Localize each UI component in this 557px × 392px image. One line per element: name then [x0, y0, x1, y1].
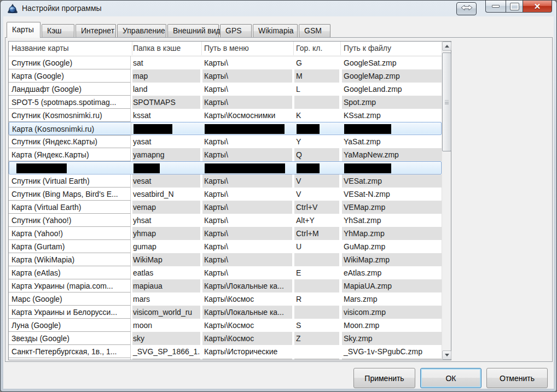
cell-hotkey: [294, 345, 339, 358]
tab-maps[interactable]: Карты: [7, 22, 40, 38]
table-row[interactable]: Спутник (Google)satКарты\GGoogleSat.zmp: [9, 56, 442, 69]
column-header-1[interactable]: Папка в кэше: [132, 42, 202, 55]
cell-cache-folder: visicom_world_ru: [132, 306, 200, 319]
cell-cache-folder: sat: [132, 56, 200, 69]
cell-file-path: VESat.zmp: [342, 174, 442, 188]
maps-list-header: Название картыПапка в кэшеПуть в менюГор…: [9, 42, 442, 56]
table-row[interactable]: Карта (Gurtam)gumapКарты\UGuMap.zmp: [9, 240, 442, 253]
table-row[interactable]: Карта (Google)mapКарты\MGoogleMap.zmp: [9, 69, 442, 83]
cell-map-name: SPOT-5 (spotmaps.spotimag...: [9, 96, 131, 109]
cell-hotkey: L: [294, 83, 339, 96]
cell-menu-path: Карты\Космоснимки: [202, 109, 292, 122]
ok-button[interactable]: ОК: [420, 368, 481, 388]
tab-1[interactable]: Кэш: [42, 24, 74, 37]
cell-cache-folder: moon: [132, 319, 200, 332]
table-row[interactable]: Карта (Яндекс.Карты)yamapngКарты\QYaMapN…: [9, 148, 442, 161]
table-row[interactable]: Карта (Yahoo!)yhmapКарты\Ctrl+MYhMap.zmp: [9, 227, 442, 240]
cell-file-path: GoogleLand.zmp: [342, 83, 442, 96]
cell-file-path: Moon.zmp: [342, 319, 442, 332]
column-header-0[interactable]: Название карты: [9, 42, 132, 55]
table-row[interactable]: Спутник (Virtual Earth)vesatКарты\VVESat…: [9, 174, 442, 188]
tab-6[interactable]: Wikimapia: [253, 24, 298, 37]
tab-4[interactable]: Внешний вид: [167, 24, 219, 37]
close-button[interactable]: ✕: [523, 1, 552, 13]
cell-file-path: KSsat.zmp: [342, 109, 442, 122]
cell-file-path: YhSat.zmp: [342, 214, 442, 227]
cell-file-path: WikiMap.zmp: [342, 253, 442, 266]
table-row-partial[interactable]: [9, 358, 442, 360]
cell-hotkey: R: [294, 292, 339, 306]
cell-file-path: Spot.zmp: [342, 96, 442, 109]
cancel-button[interactable]: Отменить: [486, 368, 548, 388]
table-row[interactable]: Луна (Google)moonКарты\КосмосSMoon.zmp: [9, 319, 442, 332]
table-row[interactable]: Карта Украины (mapia.com...mapiauaКарты\…: [9, 279, 442, 292]
cell-map-name: Карта (Google): [9, 69, 131, 83]
cell-cache-folder: gumap: [132, 240, 200, 253]
table-row[interactable]: Спутник (Bing Maps, Bird's E...vesatbird…: [9, 188, 442, 201]
cell-file-path: _SVG-1v-SPgubC.zmp: [342, 345, 442, 358]
cell-file-path: eAtlas.zmp: [342, 266, 442, 279]
redacted-cell: [205, 163, 285, 173]
table-row[interactable]: Спутник (Яндекс.Карты)yasatКарты\YYaSat.…: [9, 135, 442, 148]
table-row[interactable]: Звезды (Google)skyКарты\КосмосZSky.zmp: [9, 332, 442, 345]
scroll-up-button[interactable]: [442, 42, 451, 51]
scrollbar-thumb[interactable]: [442, 52, 451, 151]
table-row[interactable]: SPOT-5 (spotmaps.spotimag...SPOTMAPSКарт…: [9, 96, 442, 109]
cell-file-path: [342, 358, 442, 360]
tab-2[interactable]: Интернет: [76, 24, 116, 37]
cell-cache-folder: yamapng: [132, 148, 200, 161]
maximize-button[interactable]: [506, 1, 523, 13]
table-row[interactable]: Карта (WikiMapia)WikiMapКарты\WikiMap.zm…: [9, 253, 442, 266]
cell-cache-folder: mars: [132, 292, 200, 306]
table-row[interactable]: Карта Украины и Белорусси...visicom_worl…: [9, 306, 442, 319]
double-horizontal-arrow-icon: [460, 4, 473, 14]
tab-3[interactable]: Управление: [117, 24, 166, 37]
cell-map-name: Карта (Virtual Earth): [9, 201, 131, 214]
stretch-window-button[interactable]: [456, 2, 477, 15]
minimize-button[interactable]: [485, 1, 506, 13]
cell-cache-folder: map: [132, 69, 200, 83]
cell-hotkey: [294, 358, 339, 360]
cell-cache-folder: SPOTMAPS: [132, 96, 200, 109]
table-row[interactable]: Санкт-Петербургская, 1в., 1..._SVG_SP_18…: [9, 345, 442, 358]
table-row[interactable]: Карта (eAtlas)eatlasКарты\EeAtlas.zmp: [9, 266, 442, 279]
scroll-down-arrow-icon: [445, 354, 449, 356]
redacted-cell: [344, 124, 391, 134]
cell-map-name: Спутник (Kosmosnimki.ru): [9, 109, 131, 122]
table-row[interactable]: [9, 161, 442, 174]
table-row[interactable]: Марс (Google)marsКарты\КосмосRMars.zmp: [9, 292, 442, 306]
vertical-scrollbar[interactable]: [442, 42, 451, 360]
cell-map-name: Карта (Kosmosnimki.ru): [9, 122, 131, 136]
cell-menu-path: Карты\: [202, 135, 292, 148]
table-row[interactable]: Ландшафт (Google)landКарты\LGoogleLand.z…: [9, 83, 442, 96]
table-row[interactable]: Карта (Kosmosnimki.ru): [9, 122, 442, 135]
tab-7[interactable]: GSM: [299, 24, 330, 37]
table-row[interactable]: Спутник (Kosmosnimki.ru)kssatКарты\Космо…: [9, 109, 442, 122]
titlebar[interactable]: Настройки программы ✕: [1, 1, 556, 16]
column-header-2[interactable]: Путь в меню: [202, 42, 294, 55]
cell-file-path: GoogleMap.zmp: [342, 69, 442, 83]
cell-menu-path: Карты\Космос: [202, 332, 292, 345]
table-row[interactable]: Карта (Virtual Earth)vemapКарты\Ctrl+VVE…: [9, 201, 442, 214]
tab-5[interactable]: GPS: [220, 24, 252, 37]
cell-cache-folder: sky: [132, 332, 200, 345]
column-header-3[interactable]: Гор. кл.: [294, 42, 341, 55]
cell-cache-folder: eatlas: [132, 266, 200, 279]
cell-file-path: GuMap.zmp: [342, 240, 442, 253]
cell-map-name: Луна (Google): [9, 319, 131, 332]
cell-file-path: VEMap.zmp: [342, 201, 442, 214]
column-header-4[interactable]: Путь к файлу: [342, 42, 443, 55]
maps-list[interactable]: Название картыПапка в кэшеПуть в менюГор…: [8, 41, 451, 360]
scroll-up-arrow-icon: [445, 45, 449, 48]
apply-button[interactable]: Применить: [353, 368, 415, 388]
cell-map-name: Спутник (Яндекс.Карты): [9, 135, 131, 148]
cell-map-name: Спутник (Virtual Earth): [9, 174, 131, 188]
cell-menu-path: Карты\: [202, 56, 292, 69]
cell-cache-folder: kssat: [132, 109, 200, 122]
scroll-down-button[interactable]: [442, 350, 451, 360]
cell-map-name: Карта (Gurtam): [9, 240, 131, 253]
cell-map-name: Карта (eAtlas): [9, 266, 131, 279]
cell-file-path: YhMap.zmp: [342, 227, 442, 240]
table-row[interactable]: Спутник (Yahoo!)yhsatКарты\Alt+YYhSat.zm…: [9, 214, 442, 227]
window-title: Настройки программы: [22, 4, 102, 13]
